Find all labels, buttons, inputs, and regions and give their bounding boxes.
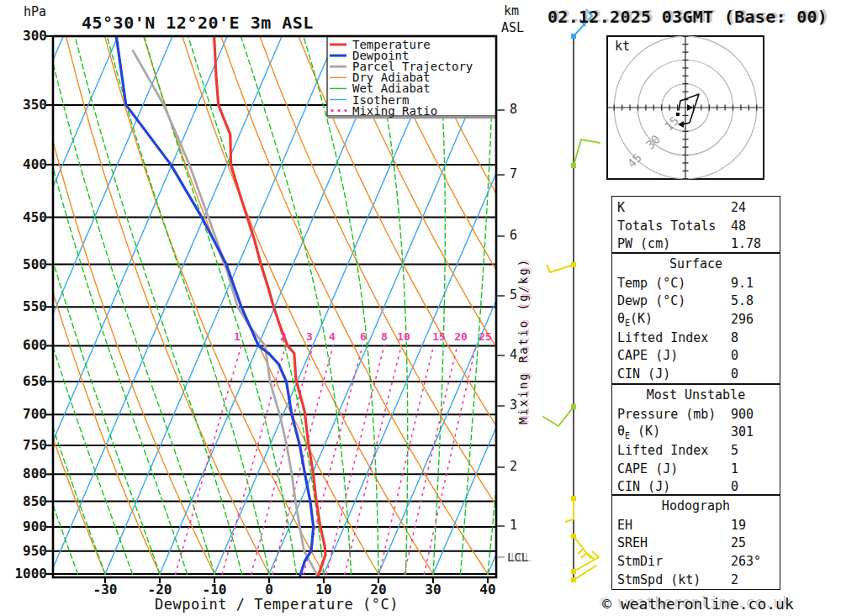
- isotherm-line: [105, 36, 336, 574]
- table-row-value: 9.1: [731, 276, 754, 291]
- wind-barb: [574, 557, 599, 571]
- km-tick-label: 1: [510, 519, 517, 532]
- table-row-value: 8: [731, 330, 738, 345]
- mixing-ratio-value-label: 10: [393, 331, 415, 342]
- legend-entry-label: Mixing Ratio: [352, 105, 437, 117]
- wet-adiabat-line: [75, 36, 241, 574]
- index-table-section: Most UnstablePressure (mb)900θE (K)301Li…: [611, 384, 780, 495]
- wind-barb: [574, 566, 596, 580]
- table-row-label: SREH: [617, 535, 648, 550]
- table-row-label: Temp (°C): [617, 276, 685, 291]
- table-row-value: 900: [731, 407, 754, 422]
- chart-title: 45°30'N 12°20'E 3m ASL: [82, 14, 314, 31]
- table-row-label: Lifted Index: [617, 330, 708, 345]
- table-row-value: 5.8: [731, 293, 754, 308]
- lcl-marker-label: LCL: [507, 551, 528, 563]
- mixing-ratio-value-label: 4: [321, 331, 343, 342]
- temperature-tick-label: 30: [408, 583, 458, 597]
- temperature-tick-label: -30: [80, 583, 130, 597]
- isotherm-line: [50, 36, 282, 574]
- temperature-tick-label: 0: [244, 583, 294, 597]
- table-row-value: 296: [731, 312, 754, 327]
- table-row-value: 48: [731, 218, 746, 234]
- table-section-header: Hodograph: [612, 498, 780, 516]
- table-row-label: StmSpd (kt): [617, 572, 701, 587]
- pressure-tick-label: 650: [8, 375, 47, 388]
- table-row-label: Lifted Index: [617, 443, 708, 458]
- table-row-label: Pressure (mb): [617, 407, 716, 422]
- altitude-axis-unit-km: km: [504, 5, 519, 18]
- table-row: K24: [612, 198, 780, 217]
- km-tick-label: 7: [510, 168, 517, 181]
- table-row: Temp (°C)9.1: [612, 274, 780, 292]
- table-row: PW (cm)1.78: [612, 234, 780, 253]
- wind-barb-column: [543, 9, 600, 582]
- wind-barb: [550, 265, 574, 272]
- pressure-tick-label: 400: [8, 158, 47, 171]
- table-section-header: Most Unstable: [612, 387, 780, 405]
- pressure-tick-label: 450: [8, 211, 47, 224]
- temperature-tick-label: 40: [463, 583, 513, 597]
- copyright: © weatheronline.co.uk: [601, 597, 795, 612]
- table-row: CAPE (J)1: [612, 460, 780, 478]
- pressure-tick-label: 350: [8, 98, 47, 112]
- wind-barb-marker: [571, 534, 576, 539]
- mixing-ratio-value-label: 25: [474, 331, 496, 342]
- table-row-value: 25: [731, 535, 746, 550]
- index-table-section: SurfaceTemp (°C)9.1Dewp (°C)5.8θE(K)296L…: [611, 253, 780, 384]
- km-tick-label: 5: [510, 289, 517, 302]
- index-table-section: HodographEH19SREH25StmDir263°StmSpd (kt)…: [611, 495, 780, 590]
- table-row-value: 1: [731, 461, 738, 476]
- pressure-tick-label: 300: [8, 29, 47, 43]
- table-row-label: PW (cm): [617, 236, 670, 251]
- mixing-ratio-value-label: 15: [428, 331, 450, 342]
- pressure-tick-label: 500: [8, 258, 47, 271]
- table-row-label: CIN (J): [617, 366, 670, 382]
- pressure-tick-label: 600: [8, 339, 47, 352]
- mixing-ratio-value-label: 6: [352, 331, 374, 342]
- table-row-label: θE (K): [617, 424, 660, 440]
- table-row-value: 5: [731, 443, 738, 458]
- pressure-tick-label: 950: [8, 545, 47, 558]
- pressure-tick-label: 800: [8, 467, 47, 481]
- table-row-value: 19: [731, 518, 746, 533]
- wind-barb-marker: [571, 569, 576, 574]
- table-row-label: CAPE (J): [617, 348, 678, 363]
- run-datetime: 02.12.2025 03GMT (Base: 00): [547, 8, 828, 25]
- table-row-value: 0: [731, 348, 738, 363]
- pressure-tick-label: 1000: [8, 567, 47, 581]
- pressure-tick-label: 550: [8, 300, 47, 313]
- legend-entry-label: Wet Adiabat: [352, 82, 431, 94]
- table-row: Lifted Index8: [612, 329, 780, 347]
- table-row-label: K: [617, 200, 625, 215]
- table-row: θE (K)301: [612, 423, 780, 441]
- pressure-tick-label: 850: [8, 495, 47, 508]
- km-tick-label: 4: [510, 349, 517, 361]
- mixing-ratio-value-label: 1: [226, 331, 248, 342]
- table-row-label: EH: [617, 518, 632, 533]
- table-row: Pressure (mb)900: [612, 405, 780, 424]
- table-row-label: StmDir: [617, 554, 663, 569]
- mixing-ratio-value-label: 3: [299, 331, 320, 342]
- table-row-value: 301: [731, 424, 754, 440]
- altitude-axis-unit-asl: ASL: [501, 22, 524, 34]
- table-row-label: CIN (J): [617, 479, 670, 494]
- table-row: StmDir263°: [612, 552, 780, 571]
- table-row-value: 0: [731, 366, 738, 382]
- index-table-section: K24Totals Totals48PW (cm)1.78: [611, 196, 780, 253]
- wind-barb: [574, 140, 600, 166]
- pressure-axis-unit: hPa: [24, 6, 46, 18]
- x-axis-label: Dewpoint / Temperature (°C): [138, 598, 415, 612]
- wind-barb-marker: [571, 34, 576, 39]
- table-row-value: 1.78: [731, 236, 761, 251]
- table-row: CAPE (J)0: [612, 346, 780, 365]
- wind-barb-marker: [571, 262, 576, 267]
- temperature-tick-label: -20: [135, 583, 185, 597]
- temperature-tick-label: -10: [189, 583, 240, 597]
- km-tick-label: 3: [510, 399, 517, 412]
- mixing-ratio-value-label: 2: [272, 331, 294, 342]
- mixing-ratio-axis-label: Mixing Ratio (g/kg): [517, 252, 529, 430]
- km-tick-label: 6: [510, 229, 517, 242]
- dry-adiabat-line: [27, 36, 214, 574]
- table-row-value: 0: [731, 479, 738, 494]
